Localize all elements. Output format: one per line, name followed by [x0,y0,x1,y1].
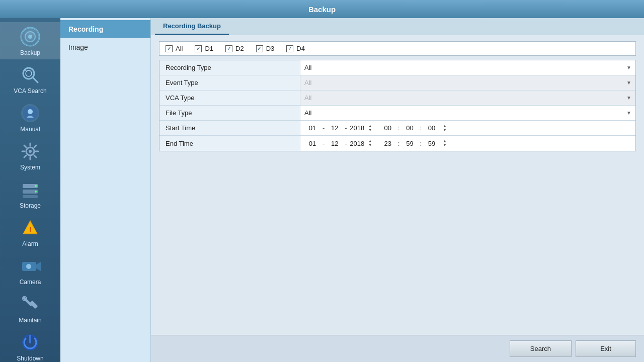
label-event-type: Event Type [159,75,300,90]
start-hour[interactable]: 00 [380,124,396,132]
alarm-icon: ! [19,216,42,239]
window-title: Backup [308,5,336,14]
svg-line-19 [34,155,36,157]
end-hour[interactable]: 23 [380,140,396,147]
checkbox-d1[interactable]: ✓ [195,45,202,52]
tab-bar: Recording Backup [151,18,644,35]
end-second[interactable]: 59 [424,140,440,147]
sub-sidebar-item-image[interactable]: Image [60,38,150,56]
end-date-spin[interactable]: ▲ ▼ [368,139,372,147]
svg-rect-24 [23,195,38,198]
end-year[interactable]: 2018 [349,140,365,147]
svg-point-25 [35,185,37,187]
channel-d2[interactable]: ✓ D2 [225,45,244,52]
svg-text:!: ! [29,226,32,234]
label-recording-type: Recording Type [159,60,300,75]
svg-marker-31 [36,262,41,271]
sidebar: Backup VCA Search [0,18,60,362]
sidebar-label-shutdown: Shutdown [17,355,43,362]
label-start-time: Start Time [159,121,300,135]
svg-point-26 [35,191,37,193]
start-month[interactable]: 12 [327,124,343,132]
sidebar-item-shutdown[interactable]: Shutdown [0,328,60,362]
value-event-type[interactable]: All ▼ [300,75,635,90]
checkbox-d4[interactable]: ✓ [286,45,293,52]
start-day[interactable]: 01 [304,124,320,132]
end-time-value: 01 - 12 - 2018 ▲ ▼ 23 [304,139,447,147]
form-row-recording-type: Recording Type All ▼ [159,60,635,75]
start-minute[interactable]: 00 [401,124,418,132]
sidebar-item-system[interactable]: System [0,137,60,174]
sidebar-item-vca-search[interactable]: VCA Search [0,60,60,98]
form-row-event-type: Event Type All ▼ [159,75,635,90]
sub-sidebar-item-recording[interactable]: Recording [60,20,150,38]
form-table: Recording Type All ▼ Event Type [159,60,636,151]
sidebar-label-camera: Camera [20,279,41,286]
form-row-vca-type: VCA Type All ▼ [159,90,635,106]
label-vca-type: VCA Type [159,90,300,105]
form-row-file-type: File Type All ▼ [159,106,635,121]
main-layout: Backup VCA Search [0,18,644,362]
exit-button[interactable]: Exit [576,340,636,357]
svg-point-11 [28,109,33,114]
sidebar-item-alarm[interactable]: ! Alarm [0,213,60,250]
form-row-start-time: Start Time 01 - 12 - 2018 ▲ [159,121,635,136]
channel-d4[interactable]: ✓ D4 [286,45,305,52]
svg-line-20 [34,145,36,147]
channel-d3[interactable]: ✓ D3 [256,45,275,52]
checkbox-d3[interactable]: ✓ [256,45,263,52]
start-time-spin[interactable]: ▲ ▼ [443,124,447,132]
search-button[interactable]: Search [510,340,572,357]
end-time-spin[interactable]: ▲ ▼ [443,139,447,147]
disc-icon [19,25,42,48]
right-panel: Recording Backup ✓ All ✓ D1 ✓ [151,18,644,362]
dropdown-arrow-event-type: ▼ [626,80,631,85]
system-icon [19,140,42,163]
end-month[interactable]: 12 [327,140,343,147]
title-bar: Backup [0,0,644,18]
value-file-type[interactable]: All ▼ [300,106,635,120]
channel-all[interactable]: ✓ All [166,45,183,52]
start-year[interactable]: 2018 [349,124,365,132]
start-second[interactable]: 00 [424,124,440,132]
camera-icon [19,254,42,278]
svg-line-18 [24,145,26,147]
sidebar-label-maintain: Maintain [19,317,41,324]
checkbox-all[interactable]: ✓ [166,45,173,52]
sidebar-item-storage[interactable]: Storage [0,175,60,212]
value-end-time: 01 - 12 - 2018 ▲ ▼ 23 [300,136,635,151]
value-vca-type[interactable]: All ▼ [300,90,635,105]
sidebar-item-maintain[interactable]: Maintain [0,290,60,327]
sidebar-item-manual[interactable]: Manual [0,99,60,136]
label-file-type: File Type [159,106,300,120]
end-minute[interactable]: 59 [401,140,418,147]
sub-sidebar: Recording Image [60,18,151,362]
middle-layout: Recording Image Recording Backup ✓ A [60,18,644,362]
value-start-time: 01 - 12 - 2018 ▲ ▼ 00 [300,121,635,135]
checkbox-d2[interactable]: ✓ [225,45,232,52]
start-date-spin[interactable]: ▲ ▼ [368,124,372,132]
text-recording-type: All [304,64,631,71]
svg-line-6 [33,77,38,82]
tab-recording-backup[interactable]: Recording Backup [155,18,229,35]
value-recording-type[interactable]: All ▼ [300,60,635,75]
end-day[interactable]: 01 [304,140,320,147]
storage-icon [19,178,42,201]
sidebar-item-camera[interactable]: Camera [0,251,60,289]
bottom-bar: Search Exit [151,335,644,362]
manual-icon [19,102,42,125]
dropdown-arrow-recording-type: ▼ [626,65,631,70]
channel-d1[interactable]: ✓ D1 [195,45,213,52]
channel-row: ✓ All ✓ D1 ✓ D2 ✓ D3 [159,41,636,56]
svg-point-39 [23,335,37,349]
sidebar-item-backup[interactable]: Backup [0,22,60,59]
text-event-type: All [304,79,631,86]
svg-point-13 [29,150,32,153]
form-area: ✓ All ✓ D1 ✓ D2 ✓ D3 [151,35,644,335]
text-file-type: All [304,109,631,117]
svg-line-21 [24,155,26,157]
sidebar-label-storage: Storage [20,202,41,209]
dropdown-arrow-vca-type: ▼ [626,95,631,101]
sidebar-label-vca-search: VCA Search [14,87,46,95]
dropdown-arrow-file-type: ▼ [626,110,631,116]
